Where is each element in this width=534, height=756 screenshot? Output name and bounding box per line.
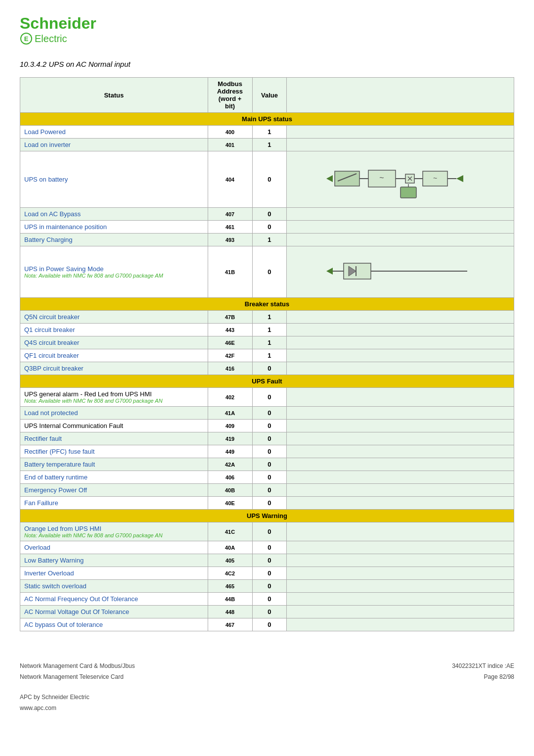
diagram-cell: [287, 311, 514, 324]
diagram-cell: [287, 458, 514, 471]
logo-area: Schneider E Electric: [20, 15, 514, 45]
table-row: End of battery runtime 406 0: [20, 471, 514, 484]
status-cell: AC bypass Out of tolerance: [20, 618, 208, 631]
modbus-cell: 44B: [208, 593, 252, 606]
value-cell: 0: [252, 246, 287, 298]
table-row: Q1 circuit breaker 443 1: [20, 324, 514, 336]
svg-text:E: E: [24, 35, 29, 43]
status-link[interactable]: Q4S circuit breaker: [24, 339, 79, 346]
status-link[interactable]: Q1 circuit breaker: [24, 326, 75, 333]
table-row: Battery Charging 493 1: [20, 234, 514, 246]
svg-text:~: ~: [433, 174, 437, 182]
status-link[interactable]: Low Battery Warning: [24, 557, 84, 564]
status-link[interactable]: Q5N circuit breaker: [24, 313, 80, 321]
value-cell: 1: [252, 324, 287, 336]
status-link[interactable]: Fan Faillure: [24, 499, 58, 507]
diagram-cell: [287, 432, 514, 445]
diagram-cell: [287, 606, 514, 618]
modbus-cell: 402: [208, 388, 252, 407]
value-cell: 0: [252, 362, 287, 375]
modbus-cell: 42F: [208, 349, 252, 362]
status-link[interactable]: UPS in Power Saving Mode: [24, 265, 103, 273]
note-text: Nota: Available with NMC fw 808 and G700…: [24, 532, 204, 538]
value-cell: 0: [252, 554, 287, 567]
footer-right: 34022321XT indice :AE Page 82/98: [452, 661, 514, 682]
status-link[interactable]: Rectifier fault: [24, 435, 62, 442]
status-cell: Load not protected: [20, 407, 208, 420]
table-row: Static switch overload 465 0: [20, 580, 514, 593]
status-link[interactable]: UPS in maintenance position: [24, 223, 107, 231]
diagram-cell: [287, 554, 514, 567]
value-cell: 0: [252, 606, 287, 618]
status-cell: UPS general alarm - Red Led from UPS HMI…: [20, 388, 208, 407]
status-cell: UPS in maintenance position: [20, 221, 208, 234]
status-cell: Q5N circuit breaker: [20, 311, 208, 324]
footer-left: Network Management Card & Modbus/Jbus Ne…: [20, 661, 135, 682]
status-link[interactable]: Load on AC Bypass: [24, 210, 81, 218]
table-row: UPS on battery 404 0 ~: [20, 151, 514, 208]
status-link[interactable]: Orange Led from UPS HMI: [24, 525, 101, 532]
modbus-cell: 401: [208, 139, 252, 151]
diagram-cell: [287, 471, 514, 484]
header-status: Status: [20, 78, 208, 113]
footer-area: Network Management Card & Modbus/Jbus Ne…: [20, 661, 514, 682]
value-cell: 0: [252, 618, 287, 631]
value-cell: 0: [252, 208, 287, 221]
value-cell: 0: [252, 407, 287, 420]
diagram-cell: [287, 567, 514, 580]
footer-left-line1: Network Management Card & Modbus/Jbus: [20, 661, 135, 672]
status-link[interactable]: Static switch overload: [24, 582, 87, 590]
diagram-cell: [287, 349, 514, 362]
modbus-cell: 493: [208, 234, 252, 246]
status-link[interactable]: Battery temperature fault: [24, 461, 95, 468]
svg-rect-18: [400, 187, 416, 198]
status-link[interactable]: Load not protected: [24, 409, 78, 417]
status-link[interactable]: Battery Charging: [24, 236, 73, 243]
status-link[interactable]: Rectifier (PFC) fuse fault: [24, 448, 94, 455]
status-link[interactable]: Inverter Overload: [24, 569, 74, 577]
value-cell: 1: [252, 126, 287, 139]
modbus-cell: 405: [208, 554, 252, 567]
value-cell: 0: [252, 580, 287, 593]
status-cell: Static switch overload: [20, 580, 208, 593]
table-row: UPS in Power Saving ModeNota: Available …: [20, 246, 514, 298]
status-link[interactable]: AC bypass Out of tolerance: [24, 621, 103, 628]
status-text: UPS Internal Communication Fault: [24, 422, 123, 429]
modbus-cell: 409: [208, 420, 252, 432]
status-link[interactable]: AC Normal Frequency Out Of Tolerance: [24, 595, 138, 603]
table-row: Inverter Overload 4C2 0: [20, 567, 514, 580]
modbus-cell: 461: [208, 221, 252, 234]
table-row: AC Normal Voltage Out Of Tolerance 448 0: [20, 606, 514, 618]
status-cell: End of battery runtime: [20, 471, 208, 484]
status-link[interactable]: Load on inverter: [24, 141, 71, 148]
status-cell: Rectifier fault: [20, 432, 208, 445]
footer-left-line2: Network Management Teleservice Card: [20, 672, 135, 683]
value-cell: 0: [252, 541, 287, 554]
svg-text:~: ~: [379, 174, 384, 182]
diagram-cell: [287, 388, 514, 407]
svg-rect-23: [344, 263, 371, 279]
status-link[interactable]: AC Normal Voltage Out Of Tolerance: [24, 608, 129, 615]
table-row: AC Normal Frequency Out Of Tolerance 44B…: [20, 593, 514, 606]
section-title-3: UPS Warning: [20, 510, 514, 522]
status-link[interactable]: Emergency Power Off: [24, 486, 87, 494]
table-row: Battery temperature fault 42A 0: [20, 458, 514, 471]
status-link[interactable]: Q3BP circuit breaker: [24, 365, 84, 372]
diagram-cell: [287, 234, 514, 246]
logo-brand: Schneider: [20, 15, 96, 32]
status-link[interactable]: Overload: [24, 544, 50, 551]
status-link[interactable]: Load Powered: [24, 128, 66, 136]
table-row: Load on AC Bypass 407 0: [20, 208, 514, 221]
status-link[interactable]: UPS on battery: [24, 176, 68, 183]
status-link[interactable]: End of battery runtime: [24, 473, 88, 481]
note-text: Nota: Available with NMC fw 808 and G700…: [24, 273, 204, 279]
status-cell: Q3BP circuit breaker: [20, 362, 208, 375]
value-cell: 0: [252, 151, 287, 208]
diagram-cell: ~ ~: [287, 151, 514, 208]
diagram-cell: [287, 336, 514, 349]
table-row: Fan Faillure 40E 0: [20, 497, 514, 510]
status-cell: Load on AC Bypass: [20, 208, 208, 221]
status-link[interactable]: QF1 circuit breaker: [24, 352, 79, 359]
table-row: QF1 circuit breaker 42F 1: [20, 349, 514, 362]
diagram-cell: [287, 420, 514, 432]
